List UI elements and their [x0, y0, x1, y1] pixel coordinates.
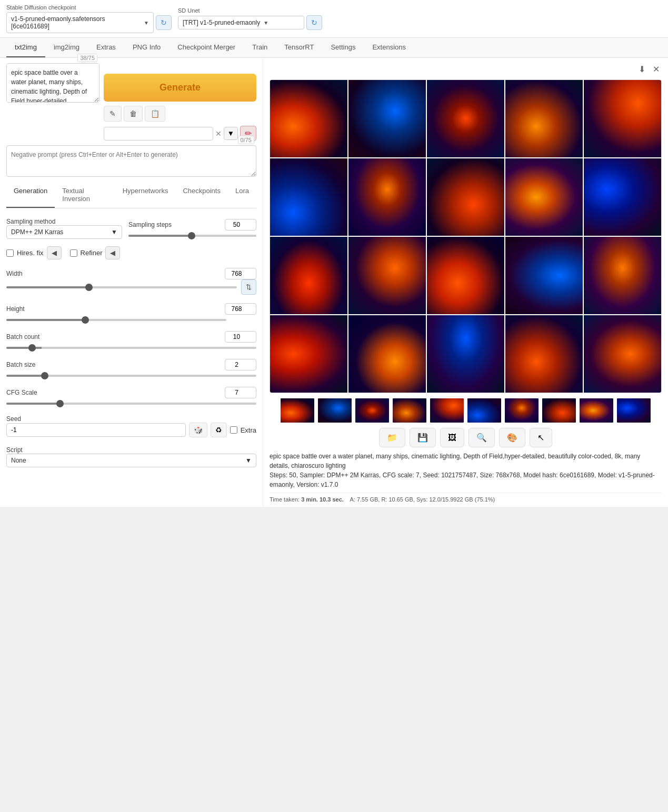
swap-dimensions-button[interactable]: ⇅ [241, 279, 256, 295]
thumbnail-1[interactable] [280, 397, 315, 424]
thumbnail-4[interactable] [392, 397, 427, 424]
hires-fix-checkbox[interactable] [6, 249, 14, 257]
grid-cell-7[interactable] [348, 158, 426, 236]
grid-cell-15[interactable] [584, 237, 661, 314]
tab-train[interactable]: Train [244, 38, 276, 57]
script-dropdown[interactable]: None ▼ [6, 454, 256, 467]
seed-extra-checkbox[interactable] [230, 426, 237, 434]
grid-cell-9[interactable] [505, 158, 583, 236]
grid-cell-14[interactable] [505, 237, 583, 314]
refiner-arrow-button[interactable]: ◀ [105, 246, 120, 259]
thumbnail-row [270, 397, 662, 424]
checkpoint-select: v1-5-pruned-emaonly.safetensors [6ce0161… [6, 12, 172, 33]
thumbnail-10[interactable] [616, 397, 652, 424]
seed-dice-button[interactable]: 🎲 [189, 423, 207, 437]
grid-cell-3[interactable] [427, 80, 504, 157]
tab-tensorrt[interactable]: TensorRT [276, 38, 322, 57]
refiner-checkbox[interactable] [70, 249, 77, 257]
grid-cell-12[interactable] [348, 237, 426, 314]
folder-button[interactable]: 📁 [379, 428, 405, 447]
grid-cell-20[interactable] [584, 315, 661, 393]
cfg-scale-slider[interactable] [6, 403, 256, 405]
close-button[interactable]: ✕ [651, 62, 662, 76]
tab-extensions[interactable]: Extensions [364, 38, 414, 57]
tab-checkpoint-merger[interactable]: Checkpoint Merger [169, 38, 244, 57]
sub-tab-generation[interactable]: Generation [6, 183, 55, 208]
grid-cell-2[interactable] [348, 80, 426, 157]
grid-cell-17[interactable] [348, 315, 426, 393]
save-button[interactable]: 💾 [410, 428, 436, 447]
sub-tab-hypernetworks[interactable]: Hypernetworks [115, 183, 176, 208]
grid-cell-8[interactable] [427, 158, 504, 236]
batch-count-slider[interactable] [6, 347, 256, 349]
tab-settings[interactable]: Settings [322, 38, 364, 57]
hires-fix-block: Hires. fix ◀ [6, 246, 62, 259]
grid-cell-5[interactable] [584, 80, 661, 157]
search-clear-button[interactable]: ✕ [215, 129, 222, 138]
positive-prompt-input[interactable] [6, 63, 99, 103]
cfg-scale-input[interactable] [225, 387, 256, 398]
sub-tab-textual-inversion[interactable]: Textual Inversion [55, 183, 115, 208]
generate-button[interactable]: Generate [104, 74, 256, 102]
negative-prompt-input[interactable] [6, 145, 256, 177]
search-input[interactable] [104, 127, 213, 141]
height-section: Height [6, 303, 256, 323]
hires-fix-arrow-button[interactable]: ◀ [47, 246, 62, 259]
sampling-steps-input[interactable] [225, 219, 256, 230]
thumbnail-3[interactable] [354, 397, 390, 424]
grid-cell-19[interactable] [505, 315, 583, 393]
cursor-button[interactable]: ↖ [530, 428, 552, 447]
grid-cell-10[interactable] [584, 158, 661, 236]
seed-extra-label: Extra [241, 426, 256, 434]
positive-prompt-area: 38/75 [6, 63, 99, 104]
batch-size-input[interactable] [225, 359, 256, 370]
height-slider[interactable] [6, 319, 226, 321]
clipboard-button[interactable]: 📋 [145, 106, 165, 122]
sd-unet-select: [TRT] v1-5-pruned-emaonly ▼ ↻ [178, 15, 322, 30]
checkpoint-dropdown[interactable]: v1-5-pruned-emaonly.safetensors [6ce0161… [6, 12, 154, 33]
grid-cell-13[interactable] [427, 237, 504, 314]
grid-cell-4[interactable] [505, 80, 583, 157]
zoom-button[interactable]: 🔍 [468, 428, 495, 447]
sd-unet-chevron-icon: ▼ [263, 20, 268, 26]
tab-txt2img[interactable]: txt2img [6, 38, 45, 57]
image-button[interactable]: 🖼 [440, 428, 464, 447]
sd-unet-dropdown[interactable]: [TRT] v1-5-pruned-emaonly ▼ [178, 16, 304, 29]
height-input[interactable] [225, 303, 256, 315]
thumbnail-5[interactable] [429, 397, 465, 424]
thumbnail-2[interactable] [317, 397, 353, 424]
thumbnail-6[interactable] [466, 397, 502, 424]
batch-count-input[interactable] [225, 331, 256, 343]
status-vram: A: 7.55 GB, R: 10.65 GB, Sys: 12.0/15.99… [350, 496, 495, 503]
width-header: Width [6, 268, 256, 279]
batch-size-slider[interactable] [6, 375, 256, 377]
grid-cell-1[interactable] [270, 80, 347, 157]
tab-png-info[interactable]: PNG Info [124, 38, 169, 57]
seed-input[interactable] [6, 423, 186, 437]
sub-tab-lora[interactable]: Lora [228, 183, 256, 208]
chevron-down-icon: ▼ [144, 20, 149, 26]
search-dropdown-button[interactable]: ▼ [224, 127, 238, 140]
pencil-button[interactable]: ✎ [104, 106, 122, 122]
sampling-method-value: DPM++ 2M Karras [11, 228, 63, 236]
checkpoint-refresh-button[interactable]: ↻ [156, 15, 172, 30]
grid-cell-16[interactable] [270, 315, 347, 393]
width-slider[interactable] [6, 286, 237, 288]
thumbnail-8[interactable] [541, 397, 577, 424]
sampling-method-dropdown[interactable]: DPM++ 2M Karras ▼ [6, 225, 122, 239]
download-button[interactable]: ⬇ [636, 62, 647, 76]
paint-button[interactable]: 🎨 [499, 428, 525, 447]
grid-cell-11[interactable] [270, 237, 347, 314]
thumbnail-9[interactable] [579, 397, 614, 424]
seed-recycle-button[interactable]: ♻ [211, 423, 227, 437]
sub-tab-checkpoints[interactable]: Checkpoints [175, 183, 228, 208]
tabs-bar: txt2img img2img Extras PNG Info Checkpoi… [0, 38, 668, 58]
grid-cell-18[interactable] [427, 315, 504, 393]
sampling-steps-slider[interactable] [128, 235, 256, 237]
cfg-scale-label: CFG Scale [6, 389, 64, 396]
grid-cell-6[interactable] [270, 158, 347, 236]
width-input[interactable] [225, 268, 256, 279]
trash-button[interactable]: 🗑 [124, 106, 143, 122]
thumbnail-7[interactable] [504, 397, 540, 424]
sd-unet-refresh-button[interactable]: ↻ [306, 15, 322, 30]
